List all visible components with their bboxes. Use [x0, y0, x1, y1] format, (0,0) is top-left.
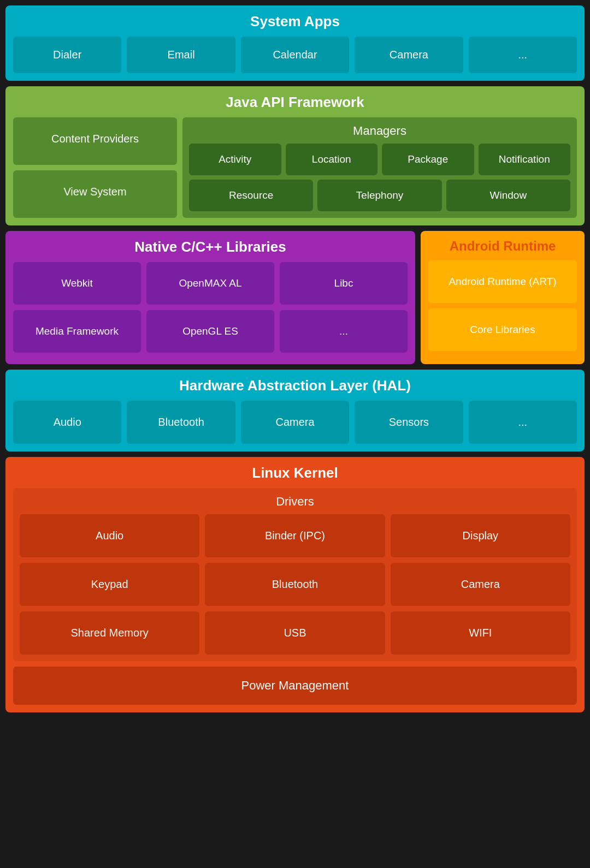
power-management: Power Management [13, 667, 577, 705]
driver-wifi: WIFI [391, 611, 570, 655]
driver-binder: Binder (IPC) [205, 514, 385, 557]
hal-audio: Audio [13, 401, 121, 444]
managers-row-2: Resource Telephony Window [189, 180, 570, 211]
content-providers-box: Content Providers [13, 117, 177, 165]
driver-bluetooth: Bluetooth [205, 563, 385, 606]
manager-location: Location [286, 144, 378, 175]
manager-resource: Resource [189, 180, 313, 211]
linux-kernel-layer: Linux Kernel Drivers Audio Binder (IPC) … [5, 457, 585, 712]
manager-package: Package [382, 144, 474, 175]
app-dialer: Dialer [13, 37, 121, 73]
app-calendar: Calendar [241, 37, 349, 73]
native-media-framework: Media Framework [13, 310, 141, 353]
hal-sensors: Sensors [355, 401, 463, 444]
manager-window: Window [446, 180, 570, 211]
native-libs-grid: Webkit OpenMAX AL Libc Media Framework O… [13, 262, 408, 353]
drivers-section: Drivers Audio Binder (IPC) Display Keypa… [13, 488, 577, 661]
driver-display: Display [391, 514, 570, 557]
driver-camera: Camera [391, 563, 570, 606]
manager-notification: Notification [479, 144, 571, 175]
managers-title: Managers [189, 124, 570, 138]
native-opengl: OpenGL ES [146, 310, 274, 353]
managers-grid: Activity Location Package Notification R… [189, 144, 570, 211]
driver-usb: USB [205, 611, 385, 655]
android-runtime-title: Android Runtime [428, 239, 577, 254]
driver-audio: Audio [20, 514, 199, 557]
native-webkit: Webkit [13, 262, 141, 305]
hal-more: ... [469, 401, 577, 444]
view-system-box: View System [13, 170, 177, 218]
native-more: ... [280, 310, 408, 353]
linux-kernel-title: Linux Kernel [13, 465, 577, 481]
native-libc: Libc [280, 262, 408, 305]
manager-activity: Activity [189, 144, 281, 175]
java-api-title: Java API Framework [13, 94, 577, 111]
driver-keypad: Keypad [20, 563, 199, 606]
hal-layer: Hardware Abstraction Layer (HAL) Audio B… [5, 370, 585, 451]
java-api-body: Content Providers View System Managers A… [13, 117, 577, 218]
drivers-title: Drivers [20, 495, 570, 509]
hal-title: Hardware Abstraction Layer (HAL) [13, 377, 577, 394]
hal-camera: Camera [241, 401, 349, 444]
android-runtime-core: Core Libraries [428, 308, 577, 351]
system-apps-title: System Apps [13, 13, 577, 30]
native-libs-title: Native C/C++ Libraries [13, 239, 408, 255]
java-api-layer: Java API Framework Content Providers Vie… [5, 86, 585, 225]
driver-shared-memory: Shared Memory [20, 611, 199, 655]
android-runtime-layer: Android Runtime Android Runtime (ART) Co… [421, 231, 585, 364]
app-email: Email [127, 37, 235, 73]
android-runtime-art: Android Runtime (ART) [428, 260, 577, 303]
app-camera: Camera [355, 37, 463, 73]
native-runtime-row: Native C/C++ Libraries Webkit OpenMAX AL… [5, 231, 585, 364]
managers-row-1: Activity Location Package Notification [189, 144, 570, 175]
hal-grid: Audio Bluetooth Camera Sensors ... [13, 401, 577, 444]
java-api-left: Content Providers View System [13, 117, 177, 218]
system-apps-grid: Dialer Email Calendar Camera ... [13, 37, 577, 73]
manager-telephony: Telephony [317, 180, 441, 211]
native-libs-layer: Native C/C++ Libraries Webkit OpenMAX AL… [5, 231, 415, 364]
hal-bluetooth: Bluetooth [127, 401, 235, 444]
managers-section: Managers Activity Location Package Notif… [182, 117, 577, 218]
native-openmax: OpenMAX AL [146, 262, 274, 305]
drivers-grid: Audio Binder (IPC) Display Keypad Blueto… [20, 514, 570, 655]
system-apps-layer: System Apps Dialer Email Calendar Camera… [5, 5, 585, 81]
app-more: ... [469, 37, 577, 73]
